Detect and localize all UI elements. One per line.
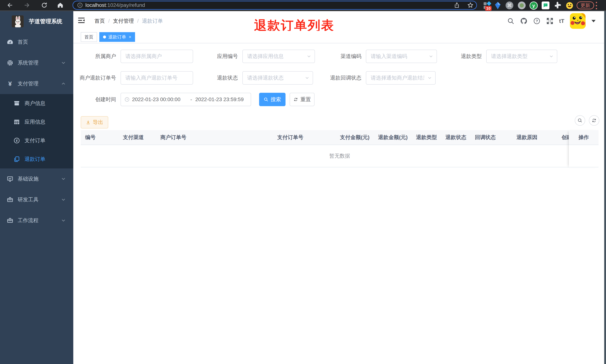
extension-chat-icon[interactable] [542,1,550,9]
select-placeholder: 请选择通知商户退款结果 [371,74,424,81]
tag-label: 首页 [84,34,93,40]
url-host: localhost [85,2,106,8]
browser-back-icon[interactable] [6,2,13,9]
extension-y-icon[interactable]: y [529,1,538,10]
clock-icon [124,97,130,102]
filter-label: 应用编号 [198,53,242,60]
help-icon[interactable]: ? [533,17,540,25]
sidebar-item-label: 首页 [18,39,28,46]
fixed-action-column: 操作 [569,130,599,168]
browser-forward-icon[interactable] [24,2,30,9]
col-header-callback-status: 回调状态 [470,130,512,145]
sidebar-item-pay-order[interactable]: ¥ 支付订单 [0,131,73,150]
extensions-puzzle-icon[interactable] [553,1,561,9]
tag-close-icon[interactable]: × [129,34,131,39]
refund-doc-icon [13,156,20,162]
refresh-icon [293,97,298,102]
merchant-input[interactable] [120,50,193,63]
sidebar-item-payment[interactable]: ¥ 支付管理 [0,73,73,94]
sidebar-item-label: 应用信息 [25,118,45,126]
sidebar-item-refund-order[interactable]: 退款订单 [0,150,73,169]
share-icon[interactable] [454,2,460,8]
export-button[interactable]: 导出 [81,116,108,129]
page-scrollbar[interactable] [604,11,606,364]
breadcrumb: 首页 / 支付管理 / 退款订单 [94,11,163,31]
table-body: 暂无数据 [81,145,599,167]
breadcrumb-separator: / [108,18,110,24]
breadcrumb-separator: / [137,18,139,24]
refund-status-select[interactable]: 请选择退款状态 [242,71,313,85]
search-icon[interactable] [507,17,514,25]
sidebar-item-label: 支付订单 [25,137,45,144]
extension-kite-icon[interactable] [494,1,501,10]
breadcrumb-payment[interactable]: 支付管理 [113,17,134,25]
active-dot [103,36,106,39]
breadcrumb-current: 退款订单 [142,17,163,25]
logo-rabbit-image [12,15,24,27]
filter-label: 渠道编码 [321,53,366,60]
navbar: 首页 / 支付管理 / 退款订单 退款订单列表 ? tT [73,11,606,31]
github-icon[interactable] [520,17,527,25]
yen-icon: ¥ [7,80,13,87]
range-start-value[interactable]: 2022-01-23 00:00:00 [132,96,187,103]
chevron-down-icon [61,218,66,223]
tag-refund-order[interactable]: 退款订单 × [99,32,135,42]
select-placeholder: 请选择退款类型 [491,53,527,60]
table-header-row: 编号 支付渠道 商户订单号 支付订单号 支付金额(元) 退款金额(元) 退款类型… [81,130,599,145]
font-size-icon[interactable]: tT [559,18,564,24]
refund-type-select[interactable]: 请选择退款类型 [486,50,557,63]
bookmark-star-icon[interactable] [467,2,474,9]
browser-address-bar[interactable]: localhost:1024/pay/refund [73,1,477,10]
channel-code-select[interactable]: 请输入渠道编码 [366,50,437,63]
extension-command-icon[interactable]: ⌘ [506,1,513,9]
refresh-table-button[interactable] [589,115,599,126]
tag-home[interactable]: 首页 [81,32,97,42]
tag-label: 退款订单 [108,34,126,40]
col-header-refund-reason: 退款原因 [512,130,557,145]
col-header-channel: 支付渠道 [119,130,156,145]
avatar-caret-icon[interactable] [592,20,596,22]
refund-notify-status-select[interactable]: 请选择通知商户退款结果 [366,71,436,85]
reset-button[interactable]: 重置 [290,93,315,106]
toggle-search-button[interactable] [575,115,585,126]
refund-table: 编号 支付渠道 商户订单号 支付订单号 支付金额(元) 退款金额(元) 退款类型… [81,130,599,167]
browser-home-icon[interactable] [57,2,64,9]
sidebar-item-app-info[interactable]: 应用信息 [0,113,73,131]
chevron-down-icon [428,54,434,59]
browser-update-button[interactable]: 更新 [577,1,594,9]
search-icon [577,118,582,123]
sidebar-item-infrastructure[interactable]: 基础设施 [0,169,73,189]
url-text[interactable]: localhost:1024/pay/refund [85,2,145,8]
extension-grid-icon[interactable]: 10 [483,1,491,10]
chevron-down-icon [549,54,554,59]
avatar[interactable] [570,13,586,29]
sidebar-logo[interactable]: 芋道管理系统 [0,11,73,32]
extension-dot-icon[interactable] [518,1,526,9]
app-select[interactable]: 请选择应用信息 [242,50,315,63]
download-icon [86,120,91,125]
payment-submenu: 商户信息 应用信息 ¥ 支付订单 退款订单 [0,94,73,169]
sidebar-item-label: 系统管理 [18,59,39,66]
sidebar-collapse-icon[interactable] [78,17,85,24]
search-button[interactable]: 搜索 [259,93,286,106]
extension-emoji-icon[interactable] [566,1,574,10]
sidebar-item-dev-tools[interactable]: 研发工具 [0,189,73,210]
filter-label: 所属商户 [76,53,120,60]
sidebar-item-workflow[interactable]: 工作流程 [0,210,73,231]
browser-menu-icon[interactable] [595,2,598,9]
sidebar-item-home[interactable]: 首页 [0,32,73,52]
range-end-value[interactable]: 2022-01-23 23:59:59 [195,96,249,103]
sidebar-item-merchant-info[interactable]: 商户信息 [0,94,73,113]
created-time-range-picker[interactable]: 2022-01-23 00:00:00 - 2022-01-23 23:59:5… [120,93,251,106]
fullscreen-icon[interactable] [546,17,553,25]
filter-label: 退款状态 [198,74,242,81]
site-info-icon[interactable] [77,2,83,8]
sidebar-item-system[interactable]: 系统管理 [0,52,73,73]
export-label: 导出 [93,119,103,126]
merchant-refund-no-input[interactable] [120,71,193,85]
sidebar-item-label: 支付管理 [18,80,39,87]
table-grid-icon [13,119,20,125]
sidebar-item-label: 退款订单 [25,156,45,163]
breadcrumb-home[interactable]: 首页 [94,17,105,25]
browser-reload-icon[interactable] [41,2,48,9]
